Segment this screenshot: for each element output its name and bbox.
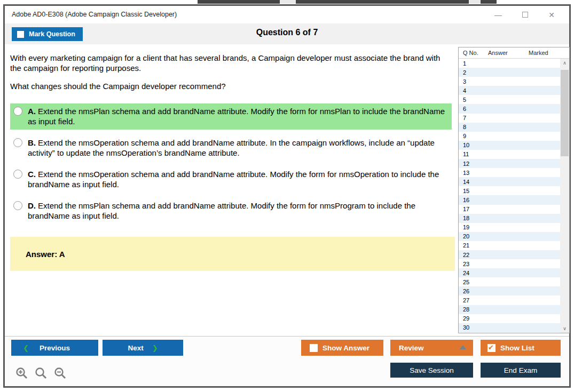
option-d-body: Extend the nmsPlan schema and add brandN… [28, 201, 415, 220]
list-item[interactable]: 27 [459, 295, 560, 305]
close-button[interactable]: ✕ [538, 8, 565, 22]
list-item[interactable]: 6 [459, 104, 560, 113]
option-a-text: A.Extend the nmsPlan schema and add bran… [28, 106, 449, 126]
title-bar[interactable]: Adobe AD0-E308 (Adobe Campaign Classic D… [5, 6, 569, 23]
option-c[interactable]: C.Extend the nmsOperation schema and add… [10, 166, 452, 193]
answer-box: Answer: A [10, 237, 455, 271]
question-number: 16 [463, 197, 469, 203]
list-item[interactable]: 3 [459, 77, 560, 86]
option-a[interactable]: A.Extend the nmsPlan schema and add bran… [10, 103, 452, 130]
list-item[interactable]: 11 [459, 150, 560, 159]
question-number: 19 [463, 224, 469, 230]
question-number: 17 [463, 206, 469, 212]
question-number: 29 [463, 315, 469, 322]
option-b-body: Extend the nmsOperation schema and add b… [28, 138, 435, 157]
list-item[interactable]: 8 [459, 123, 560, 132]
list-item[interactable]: 4 [459, 86, 560, 95]
question-list-scrollbar[interactable]: ∧ ∨ [560, 59, 569, 333]
radio-button-b[interactable] [13, 138, 22, 147]
list-item[interactable]: 12 [459, 159, 560, 168]
zoom-out-icon[interactable] [53, 366, 67, 380]
zoom-in-icon[interactable] [15, 366, 29, 380]
show-answer-button[interactable]: Show Answer [301, 340, 383, 356]
next-button[interactable]: Next ❯ [103, 340, 183, 356]
list-item[interactable]: 15 [459, 186, 560, 195]
minimize-icon: — [494, 11, 502, 19]
question-number: 5 [463, 97, 466, 103]
end-exam-button[interactable]: End Exam [481, 363, 561, 378]
list-item[interactable]: 20 [459, 232, 560, 241]
question-area: With every marketing campaign for a clie… [5, 44, 458, 336]
question-number: 2 [463, 69, 466, 76]
list-item[interactable]: 30 [459, 323, 560, 332]
window-title: Adobe AD0-E308 (Adobe Campaign Classic D… [12, 11, 177, 18]
option-b-letter: B. [28, 138, 36, 147]
question-number: 13 [463, 170, 469, 176]
header-answer: Answer [488, 50, 529, 56]
question-number: 6 [463, 106, 466, 112]
question-number: 26 [463, 288, 469, 294]
zoom-reset-icon[interactable] [34, 366, 48, 380]
question-paragraph: What changes should the Campaign develop… [10, 81, 452, 91]
list-item[interactable]: 5 [459, 95, 560, 104]
show-list-checkbox-checked[interactable] [487, 344, 496, 352]
option-b-text: B.Extend the nmsOperation schema and add… [28, 138, 449, 158]
zoom-controls [15, 366, 67, 380]
list-item[interactable]: 28 [459, 305, 560, 314]
option-d-letter: D. [28, 201, 36, 210]
answer-label: Answer: A [10, 250, 65, 259]
list-item[interactable]: 26 [459, 286, 560, 295]
maximize-icon [522, 12, 528, 18]
scroll-down-icon[interactable]: ∨ [560, 324, 569, 333]
question-number: 30 [463, 324, 469, 331]
save-session-label: Save Session [410, 366, 454, 374]
question-list-body: 1234567891011121314151617181920212223242… [459, 59, 560, 333]
list-item[interactable]: 1 [459, 59, 560, 68]
scrollbar-thumb[interactable] [561, 70, 569, 156]
show-list-button[interactable]: Show List [481, 340, 561, 356]
question-number: 21 [463, 242, 469, 249]
list-item[interactable]: 13 [459, 168, 560, 177]
radio-button-a[interactable] [13, 107, 22, 116]
list-item[interactable]: 29 [459, 314, 560, 323]
list-item[interactable]: 25 [459, 277, 560, 286]
show-answer-checkbox[interactable] [310, 344, 318, 352]
list-item[interactable]: 22 [459, 250, 560, 259]
scroll-up-icon[interactable]: ∧ [560, 59, 569, 67]
list-item[interactable]: 10 [459, 141, 560, 150]
question-number: 18 [463, 215, 469, 221]
question-number: 14 [463, 179, 469, 185]
list-item[interactable]: 19 [459, 223, 560, 232]
save-session-button[interactable]: Save Session [390, 363, 473, 378]
previous-button[interactable]: ❮ Previous [11, 340, 98, 356]
question-list-header: Q No. Answer Marked [459, 47, 569, 59]
background-window-gap [469, 0, 481, 4]
option-c-text: C.Extend the nmsOperation schema and add… [28, 169, 449, 189]
review-dropdown[interactable]: Review [390, 340, 473, 356]
question-number: 8 [463, 124, 466, 130]
list-item[interactable]: 21 [459, 241, 560, 250]
footer: ❮ Previous Next ❯ Show Answer Review Sho… [5, 336, 569, 386]
list-item[interactable]: 14 [459, 177, 560, 186]
list-item[interactable]: 7 [459, 114, 560, 123]
background-window-edge [198, 0, 497, 4]
question-number: 15 [463, 188, 469, 194]
radio-button-d[interactable] [13, 201, 22, 210]
list-item[interactable]: 24 [459, 268, 560, 277]
maximize-button[interactable] [512, 8, 538, 22]
question-number: 4 [463, 87, 466, 94]
minimize-button[interactable]: — [485, 8, 512, 22]
list-item[interactable]: 2 [459, 68, 560, 77]
list-item[interactable]: 23 [459, 259, 560, 268]
list-item[interactable]: 18 [459, 214, 560, 223]
question-paragraph: With every marketing campaign for a clie… [10, 53, 452, 73]
list-item[interactable]: 17 [459, 205, 560, 214]
list-item[interactable]: 16 [459, 195, 560, 204]
question-number: 3 [463, 78, 466, 85]
toolbar: Mark Question Question 6 of 7 [5, 23, 569, 44]
radio-button-c[interactable] [13, 170, 22, 179]
question-number: 22 [463, 252, 469, 258]
list-item[interactable]: 9 [459, 132, 560, 141]
option-b[interactable]: B.Extend the nmsOperation schema and add… [10, 135, 452, 161]
option-d[interactable]: D.Extend the nmsPlan schema and add bran… [10, 198, 452, 224]
